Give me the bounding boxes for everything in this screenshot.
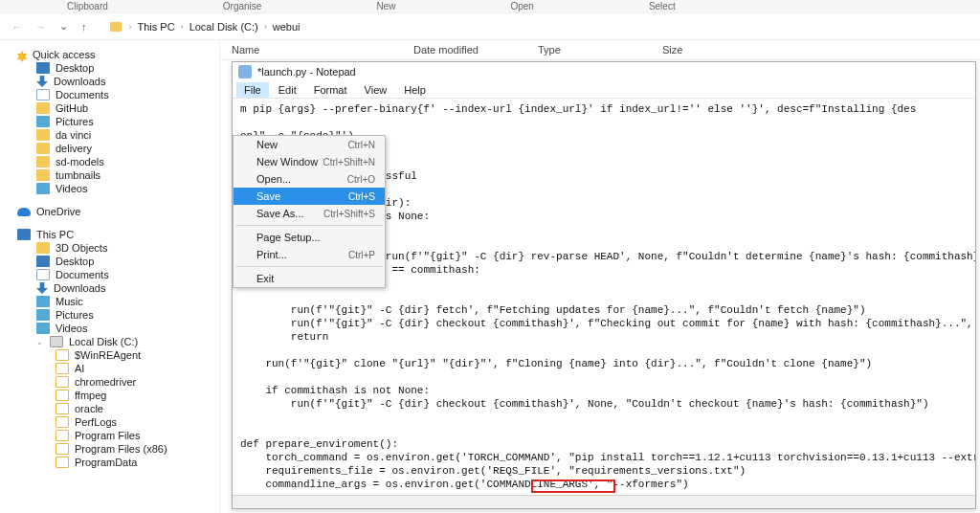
notepad-window: *launch.py - Notepad File Edit Format Vi… [232, 61, 976, 509]
menu-item-save-as-[interactable]: Save As...Ctrl+Shift+S [234, 205, 385, 222]
sidebar-item[interactable]: sd-models [36, 155, 215, 168]
sidebar-item[interactable]: delivery [36, 142, 215, 155]
sidebar-item[interactable]: chromedriver [56, 375, 215, 389]
folder-icon [56, 430, 69, 441]
sidebar-item-label: sd-models [56, 156, 104, 167]
breadcrumb-webui[interactable]: webui [273, 21, 301, 33]
col-type[interactable]: Type [538, 44, 624, 56]
col-size[interactable]: Size [662, 44, 748, 56]
sidebar-item-label: da vinci [56, 129, 91, 141]
sidebar-this-pc[interactable]: This PC [17, 228, 215, 241]
sidebar-item[interactable]: Downloads [36, 281, 215, 295]
sidebar-item[interactable]: Videos [36, 322, 215, 335]
folder-icon [56, 416, 69, 428]
menu-item-new-window[interactable]: New WindowCtrl+Shift+N [234, 153, 385, 170]
folder-icon [56, 403, 69, 414]
nav-forward-icon[interactable]: → [32, 21, 50, 33]
sidebar-item[interactable]: AI [56, 362, 215, 375]
sidebar-item[interactable]: Documents [36, 88, 215, 101]
sidebar-item[interactable]: Documents [36, 268, 215, 281]
sidebar-item-label: AI [75, 363, 84, 374]
sidebar-item[interactable]: da vinci [36, 128, 215, 142]
sidebar-item-label: Music [56, 296, 83, 307]
sidebar-item[interactable]: Pictures [36, 115, 215, 128]
sidebar-item[interactable]: Videos [36, 182, 215, 195]
sidebar-item[interactable]: Music [36, 295, 215, 308]
sidebar-item[interactable]: Desktop [36, 61, 215, 75]
sidebar-item[interactable]: tumbnails [36, 168, 215, 182]
folder-icon [56, 443, 69, 455]
pc-icon [17, 229, 31, 240]
menu-separator [235, 225, 383, 226]
menu-view[interactable]: View [357, 82, 395, 98]
cloud-icon [17, 208, 31, 216]
notepad-titlebar[interactable]: *launch.py - Notepad [233, 62, 975, 81]
breadcrumb-this-pc[interactable]: This PC [138, 21, 175, 33]
sidebar-item[interactable]: PerfLogs [56, 415, 215, 429]
nav-back-icon[interactable]: ← [8, 21, 26, 33]
sidebar-item-label: Downloads [54, 76, 105, 87]
menu-item-open-[interactable]: Open...Ctrl+O [234, 170, 385, 188]
menu-item-exit[interactable]: Exit [234, 270, 385, 287]
col-name[interactable]: Name [232, 44, 375, 56]
sidebar-item-label: tumbnails [56, 169, 100, 181]
menu-format[interactable]: Format [306, 82, 355, 98]
sidebar-item[interactable]: Desktop [36, 255, 215, 268]
col-date[interactable]: Date modified [413, 44, 500, 56]
chevron-down-icon: ⌄ [36, 338, 44, 346]
sidebar-local-disk[interactable]: ⌄Local Disk (C:) [36, 335, 215, 348]
item-icon [36, 323, 50, 334]
star-icon [17, 51, 27, 59]
folder-icon [56, 376, 69, 388]
sidebar-quick-access[interactable]: Quick access [17, 48, 215, 61]
menu-item-label: Exit [256, 273, 274, 284]
folder-icon [56, 349, 69, 361]
sidebar-item[interactable]: Downloads [36, 75, 215, 88]
chevron-right-icon: › [129, 22, 132, 32]
sidebar-item[interactable]: Pictures [36, 308, 215, 322]
sidebar-item[interactable]: 3D Objects [36, 241, 215, 255]
sidebar-item[interactable]: ffmpeg [56, 389, 215, 402]
item-icon [36, 256, 50, 267]
chevron-right-icon: › [181, 22, 184, 32]
nav-up-icon[interactable]: ↑ [78, 21, 91, 33]
sidebar-item[interactable]: Program Files [56, 429, 215, 442]
menu-separator [235, 266, 383, 267]
menu-item-shortcut: Ctrl+P [348, 250, 375, 260]
sidebar-item-label: Desktop [56, 256, 94, 267]
sidebar-item-label: Documents [56, 89, 109, 100]
menu-edit[interactable]: Edit [271, 82, 304, 98]
sidebar-item[interactable]: $WinREAgent [56, 348, 215, 362]
ribbon-open: Open [510, 1, 533, 11]
ribbon-select: Select [649, 1, 676, 11]
sidebar-item-label: delivery [56, 143, 92, 154]
menu-help[interactable]: Help [396, 82, 434, 98]
sidebar-item[interactable]: ProgramData [56, 456, 215, 469]
menu-item-page-setup-[interactable]: Page Setup... [234, 229, 385, 246]
menu-file[interactable]: File [236, 82, 269, 98]
sidebar-item-label: Local Disk (C:) [69, 336, 138, 347]
menu-item-shortcut: Ctrl+Shift+S [323, 209, 375, 219]
ribbon-section-labels: Clipboard Organise New Open Select [0, 0, 980, 13]
menu-item-new[interactable]: NewCtrl+N [234, 136, 385, 153]
sidebar-item-label: GitHub [56, 102, 88, 114]
sidebar-item-label: 3D Objects [56, 242, 107, 254]
nav-recent-icon[interactable]: ⌄ [56, 20, 72, 33]
horizontal-scrollbar[interactable] [233, 495, 975, 508]
item-icon [36, 309, 50, 321]
sidebar-item[interactable]: Program Files (x86) [56, 442, 215, 456]
menu-item-label: New [256, 139, 278, 150]
item-icon [36, 242, 50, 254]
sidebar-item-label: Videos [56, 183, 87, 194]
sidebar-item[interactable]: oracle [56, 402, 215, 415]
ribbon-new: New [376, 1, 395, 11]
menu-item-label: New Window [256, 156, 318, 167]
breadcrumb-local-disk[interactable]: Local Disk (C:) [189, 21, 258, 33]
sidebar-item-label: This PC [36, 229, 74, 240]
menu-item-save[interactable]: SaveCtrl+S [234, 188, 385, 205]
sidebar-item[interactable]: GitHub [36, 101, 215, 115]
sidebar-onedrive[interactable]: OneDrive [17, 205, 215, 218]
sidebar-item-label: Quick access [33, 49, 95, 60]
folder-icon [56, 457, 69, 468]
menu-item-print-[interactable]: Print...Ctrl+P [234, 246, 385, 263]
